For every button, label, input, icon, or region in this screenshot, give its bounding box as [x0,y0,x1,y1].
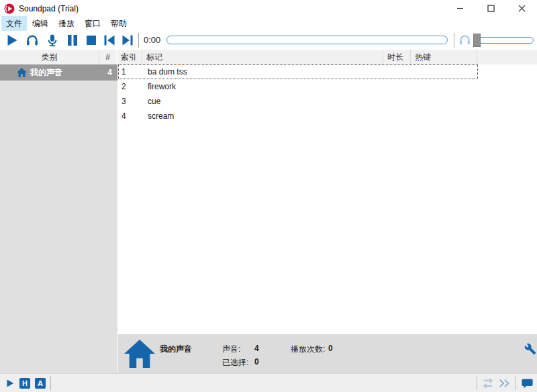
skip-previous-button[interactable] [103,34,116,47]
repeat-icon[interactable] [482,377,494,389]
house-icon [17,68,27,77]
autoplay-toggle[interactable]: A [35,378,46,389]
chat-bubble-icon[interactable] [522,378,534,390]
headphones-volume-icon[interactable] [458,34,471,46]
category-item-label: 我的声音 [30,67,107,79]
sound-label-cell: ba dum tss [143,67,384,77]
selected-count-value: 0 [254,357,259,366]
sound-index-cell: 3 [118,97,143,106]
statusbar-separator [477,377,477,390]
pause-button[interactable] [66,34,79,47]
category-header: 类别 # [0,50,117,64]
house-icon [124,338,155,369]
category-count-column-header[interactable]: # [99,50,116,64]
play-through-headphones-button[interactable] [26,34,39,47]
sound-row[interactable]: 3 cue [118,94,478,109]
menu-item-help[interactable]: 帮助 [106,16,132,32]
sound-label-cell: cue [143,97,384,106]
sound-label-cell: firework [143,82,384,91]
play-count-value: 0 [328,344,333,353]
sound-row[interactable]: 1 ba dum tss [118,64,478,79]
sound-index-cell: 4 [118,111,143,121]
menu-item-edit[interactable]: 编辑 [28,16,53,32]
status-bar: H A [0,373,537,392]
selected-count-label: 已选择: [222,357,248,369]
column-header-row: 类别 # 索引 标记 时长 热键 [0,50,537,64]
playback-time: 0:00 [144,35,160,45]
title-bar: Soundpad (Trial) [0,0,537,17]
window-controls [444,0,537,17]
label-column-header[interactable]: 标记 [142,50,383,64]
menu-bar: 文件编辑播放窗口帮助 [0,17,537,31]
sounds-count-label: 声音: [222,344,240,355]
sound-index-cell: 1 [118,67,143,77]
sound-list: 1 ba dum tss 2 firework 3 cue 4 scream [118,64,537,334]
microphone-button[interactable] [46,34,59,47]
sound-row[interactable]: 4 scream [118,109,478,124]
playback-toolbar: 0:00 [0,31,537,50]
duration-column-header[interactable]: 时长 [383,50,411,64]
panel-category-name: 我的声音 [160,344,192,355]
maximize-button[interactable] [475,0,506,17]
settings-wrench-icon[interactable] [524,343,536,355]
index-column-header[interactable]: 索引 [117,50,142,64]
menu-item-play[interactable]: 播放 [54,16,79,32]
category-item-count: 4 [107,68,112,77]
hotkey-column-header[interactable]: 热键 [411,50,477,64]
soundpad-logo-icon [4,3,15,14]
sound-index-cell: 2 [118,82,143,91]
category-item[interactable]: 我的声音 4 [0,64,117,81]
volume-handle[interactable] [473,34,481,47]
close-button[interactable] [506,0,537,17]
volume-slider[interactable] [473,34,534,47]
statusbar-separator [50,377,51,390]
header-filler [477,50,536,64]
soundlist-header: 索引 标记 时长 热键 [117,50,536,64]
play-count-label: 播放次数: [291,344,325,355]
app-window: Soundpad (Trial) 文件编辑播放窗口帮助 [0,0,537,392]
statusbar-separator [516,377,516,390]
play-button[interactable] [5,34,19,47]
sounds-count-value: 4 [254,344,259,353]
category-status-panel: 我的声音 声音: 4 播放次数: 0 已选择: 0 [118,334,537,373]
sound-label-cell: scream [143,111,384,121]
minimize-button[interactable] [444,0,475,17]
menu-item-file[interactable]: 文件 [1,16,27,32]
fast-forward-icon[interactable] [498,377,510,389]
window-title: Soundpad (Trial) [19,4,79,13]
sound-row[interactable]: 2 firework [118,79,478,94]
toolbar-separator [138,33,139,48]
toolbar-separator [454,33,454,48]
category-sidebar: 我的声音 4 [0,64,117,373]
seek-bar[interactable] [166,36,448,44]
skip-next-button[interactable] [121,34,134,47]
volume-track[interactable] [473,37,534,44]
menu-item-window[interactable]: 窗口 [80,16,105,32]
category-name-column-header[interactable]: 类别 [0,50,99,64]
stop-button[interactable] [85,34,98,47]
hotkeys-toggle[interactable]: H [19,378,30,389]
play-status-icon [5,379,15,388]
